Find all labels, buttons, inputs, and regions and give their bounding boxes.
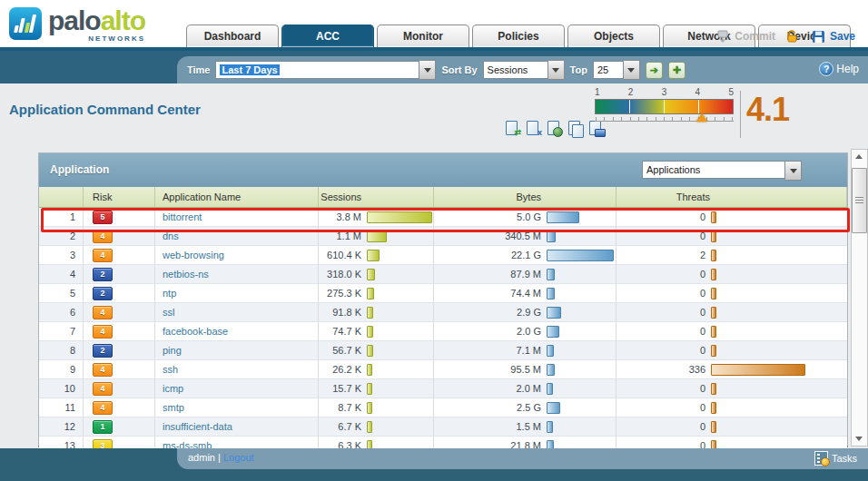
- threats-bar: [711, 250, 716, 261]
- sess-bar: [367, 211, 432, 223]
- threats-value: 0: [700, 345, 705, 356]
- view-select-arrow[interactable]: [785, 161, 802, 181]
- table-row-ntp[interactable]: 52ntp275.3 K74.4 M0: [39, 284, 847, 303]
- rank-value: 5: [39, 284, 84, 302]
- save-button[interactable]: Save: [830, 30, 855, 43]
- tab-dashboard[interactable]: Dashboard: [186, 25, 279, 47]
- footer-user-area: admin | Logout: [188, 452, 254, 463]
- bytes-bar: [547, 307, 561, 319]
- application-link[interactable]: ssl: [163, 307, 174, 318]
- application-link[interactable]: insufficient-data: [163, 421, 232, 432]
- export-excel-icon[interactable]: x: [526, 121, 541, 136]
- table-row-web-browsing[interactable]: 34web-browsing610.4 K22.1 G2: [39, 246, 847, 265]
- scrollbar-thumb[interactable]: [852, 168, 867, 233]
- threats-value: 0: [700, 269, 705, 280]
- application-link[interactable]: facebook-base: [163, 326, 228, 337]
- application-link[interactable]: smtp: [163, 402, 184, 413]
- time-select[interactable]: Last 7 Days: [215, 61, 419, 79]
- table-row-dns[interactable]: 24dns1.1 M340.5 M0: [39, 227, 847, 246]
- tab-acc[interactable]: ACC: [281, 25, 374, 47]
- bytes-bar: [547, 326, 559, 338]
- export-web-icon[interactable]: [547, 121, 562, 136]
- application-link[interactable]: icmp: [163, 383, 183, 394]
- table-row-ssl[interactable]: 64ssl91.8 K2.9 G0: [39, 303, 847, 322]
- scrollbar-down-button[interactable]: [852, 433, 865, 445]
- application-link[interactable]: ssh: [163, 364, 178, 375]
- export-arrows-icon[interactable]: ⇄: [505, 121, 520, 136]
- application-panel: Application Applications RiskApplication…: [38, 152, 848, 447]
- tab-monitor[interactable]: Monitor: [377, 25, 469, 47]
- rank-value: 8: [39, 341, 84, 359]
- tab-objects[interactable]: Objects: [567, 25, 660, 47]
- copy-icon[interactable]: [567, 121, 583, 136]
- sort-by-select[interactable]: Sessions: [483, 61, 548, 79]
- bytes-value: 2.0 M: [516, 383, 541, 394]
- risk-badge: 4: [93, 230, 113, 243]
- table-row-netbios-ns[interactable]: 42netbios-ns318.0 K87.9 M0: [39, 265, 847, 284]
- threats-bar: [711, 211, 716, 223]
- top-select[interactable]: 25: [593, 61, 624, 79]
- risk-badge: 4: [93, 382, 113, 396]
- risk-badge: 1: [93, 420, 113, 434]
- help-button[interactable]: ? Help: [819, 62, 859, 76]
- sess-bar: [367, 250, 380, 261]
- commit-save-area: Commit Save: [715, 29, 855, 44]
- bytes-value: 340.5 M: [505, 231, 541, 241]
- time-select-arrow[interactable]: [419, 60, 436, 80]
- sess-bar: [367, 269, 375, 280]
- column-header-sessions[interactable]: Sessions: [319, 187, 434, 207]
- tab-policies[interactable]: Policies: [472, 25, 565, 47]
- rank-value: 1: [39, 208, 84, 226]
- risk-badge: 4: [93, 363, 113, 377]
- sess-value: 275.3 K: [327, 288, 361, 299]
- application-link[interactable]: ntp: [163, 288, 176, 299]
- risk-score-value: 4.1: [746, 91, 789, 129]
- tasks-button[interactable]: Tasks: [814, 451, 857, 466]
- sort-by-select-arrow[interactable]: [548, 60, 565, 80]
- sess-value: 15.7 K: [332, 383, 361, 394]
- logout-link[interactable]: Logout: [223, 452, 254, 463]
- column-header-risk[interactable]: Risk: [84, 187, 155, 207]
- unlock-icon[interactable]: [784, 29, 799, 44]
- bytes-value: 74.4 M: [510, 288, 541, 299]
- page-title: Application Command Center: [9, 102, 201, 117]
- table-row-bittorrent[interactable]: 15bittorrent3.8 M5.0 G0: [39, 208, 847, 227]
- export-remote-icon[interactable]: [588, 121, 604, 136]
- column-header-rank[interactable]: [39, 187, 84, 207]
- threats-bar: [711, 288, 716, 299]
- column-header-threats[interactable]: Threats: [616, 187, 847, 207]
- bytes-bar: [547, 269, 555, 280]
- column-header-bytes[interactable]: Bytes: [434, 187, 616, 207]
- vertical-scrollbar[interactable]: [851, 149, 868, 447]
- column-header-application-name[interactable]: Application Name: [155, 187, 319, 207]
- commit-button[interactable]: Commit: [735, 30, 775, 43]
- sess-bar: [367, 326, 373, 338]
- bytes-bar: [547, 231, 556, 242]
- application-link[interactable]: ping: [163, 345, 182, 356]
- table-row-facebook-base[interactable]: 74facebook-base74.7 K2.0 G0: [39, 322, 847, 341]
- view-select-box[interactable]: Applications: [642, 161, 785, 179]
- table-row-smtp[interactable]: 114smtp8.7 K2.5 G0: [39, 398, 847, 417]
- table-row-insufficient-data[interactable]: 121insufficient-data6.7 K1.5 M0: [39, 417, 847, 437]
- table-row-ping[interactable]: 82ping56.7 K7.1 M0: [39, 341, 847, 360]
- table-row-icmp[interactable]: 104icmp15.7 K2.0 M0: [39, 379, 847, 398]
- sess-value: 8.7 K: [338, 402, 361, 413]
- top-select-arrow[interactable]: [624, 60, 640, 80]
- top-label: Top: [570, 64, 587, 75]
- bytes-value: 22.1 G: [511, 250, 541, 260]
- commit-icon: [715, 29, 730, 44]
- threats-value: 0: [700, 211, 705, 222]
- threats-bar: [711, 421, 716, 433]
- risk-scale-label: 1: [595, 87, 600, 97]
- application-link[interactable]: web-browsing: [163, 250, 224, 260]
- risk-meter-scale: 12345: [595, 87, 734, 99]
- scrollbar-up-button[interactable]: [852, 151, 865, 162]
- rank-value: 7: [39, 322, 84, 340]
- application-link[interactable]: dns: [163, 231, 179, 241]
- application-link[interactable]: bittorrent: [163, 211, 202, 222]
- threats-bar: [711, 326, 716, 338]
- add-filter-button[interactable]: ✚: [668, 62, 686, 79]
- table-row-ssh[interactable]: 94ssh26.2 K95.5 M336: [39, 360, 847, 379]
- application-link[interactable]: netbios-ns: [163, 269, 209, 280]
- apply-filter-button[interactable]: ➔: [646, 62, 663, 79]
